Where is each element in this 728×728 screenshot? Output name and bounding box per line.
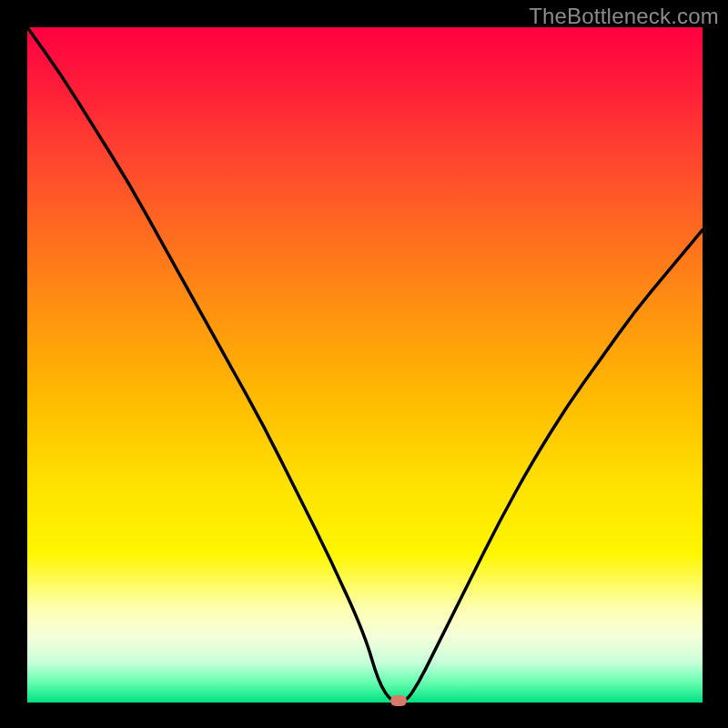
- chart-frame: TheBottleneck.com: [0, 0, 728, 728]
- optimal-marker: [390, 695, 407, 706]
- watermark-text: TheBottleneck.com: [529, 4, 719, 29]
- plot-area: [27, 27, 703, 703]
- bottleneck-curve: [27, 27, 703, 703]
